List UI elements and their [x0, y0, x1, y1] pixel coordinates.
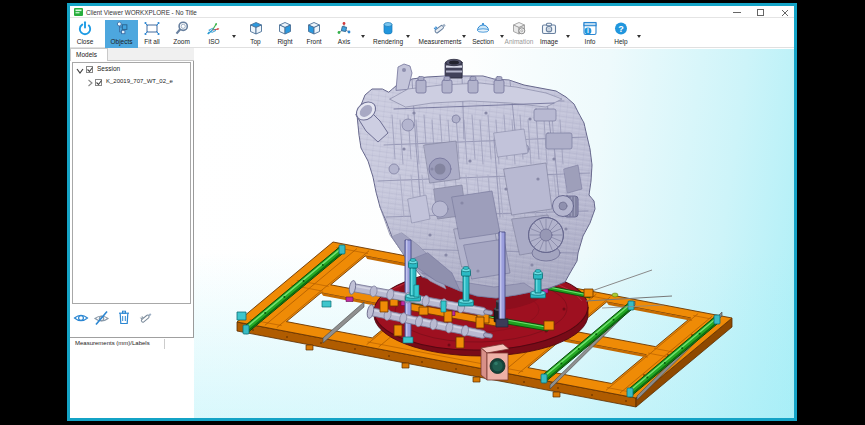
svg-text:?: ?	[618, 24, 624, 34]
svg-text:i: i	[587, 27, 589, 34]
